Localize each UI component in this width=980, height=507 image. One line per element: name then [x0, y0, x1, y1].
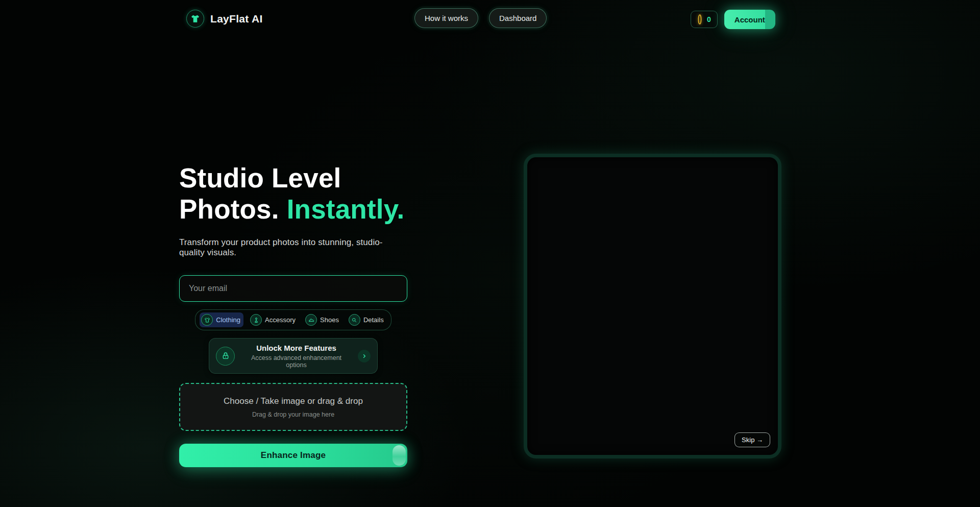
category-label: Details: [363, 316, 384, 324]
dropzone-title: Choose / Take image or drag & drop: [224, 396, 363, 406]
category-clothing[interactable]: Clothing: [200, 312, 243, 327]
coin-icon: [697, 14, 702, 25]
page-title: Studio Level Photos. Instantly.: [179, 162, 407, 225]
nav-right: 0 Account: [691, 10, 775, 29]
shoe-icon: [305, 314, 317, 326]
enhance-image-button[interactable]: Enhance Image: [179, 444, 407, 467]
preview-panel: Skip →: [524, 154, 781, 458]
title-line2-accent: Instantly.: [287, 194, 405, 224]
tshirt-logo-icon: [186, 10, 204, 28]
chevron-right-icon: [358, 350, 371, 363]
nav-link-dashboard[interactable]: Dashboard: [489, 8, 547, 28]
category-selector: Clothing Accessory Shoes: [195, 309, 391, 330]
skip-button[interactable]: Skip →: [734, 432, 770, 447]
hero-subtitle: Transform your product photos into stunn…: [179, 237, 407, 258]
nav-link-how-it-works[interactable]: How it works: [414, 8, 478, 28]
dropzone-hint: Drag & drop your image here: [252, 411, 334, 418]
image-dropzone[interactable]: Choose / Take image or drag & drop Drag …: [179, 383, 407, 431]
lock-icon: [216, 347, 235, 366]
pendant-icon: [250, 314, 262, 326]
brand-name: LayFlat AI: [210, 13, 263, 25]
title-line2-white: Photos.: [179, 194, 279, 224]
credits-count: 0: [707, 15, 711, 23]
unlock-subtitle: Access advanced enhancement options: [241, 354, 352, 369]
nav-links: How it works Dashboard: [414, 8, 547, 28]
brand-logo[interactable]: LayFlat AI: [186, 10, 263, 28]
category-accessory[interactable]: Accessory: [249, 312, 299, 327]
navbar: LayFlat AI How it works Dashboard 0 Acco…: [0, 0, 980, 37]
hero-section: Studio Level Photos. Instantly. Transfor…: [179, 162, 407, 467]
category-shoes[interactable]: Shoes: [304, 312, 342, 327]
magnifier-icon: [349, 314, 360, 326]
category-label: Shoes: [320, 316, 339, 324]
category-label: Accessory: [265, 316, 296, 324]
category-label: Clothing: [216, 316, 240, 324]
category-details[interactable]: Details: [347, 312, 387, 327]
unlock-features-card[interactable]: Unlock More Features Access advanced enh…: [209, 338, 378, 374]
unlock-title: Unlock More Features: [241, 344, 352, 352]
unlock-texts: Unlock More Features Access advanced enh…: [241, 344, 352, 369]
tshirt-icon: [201, 314, 213, 326]
title-line1: Studio Level: [179, 163, 341, 193]
account-button[interactable]: Account: [724, 10, 775, 29]
credits-counter[interactable]: 0: [691, 11, 718, 28]
email-input[interactable]: [179, 275, 407, 302]
